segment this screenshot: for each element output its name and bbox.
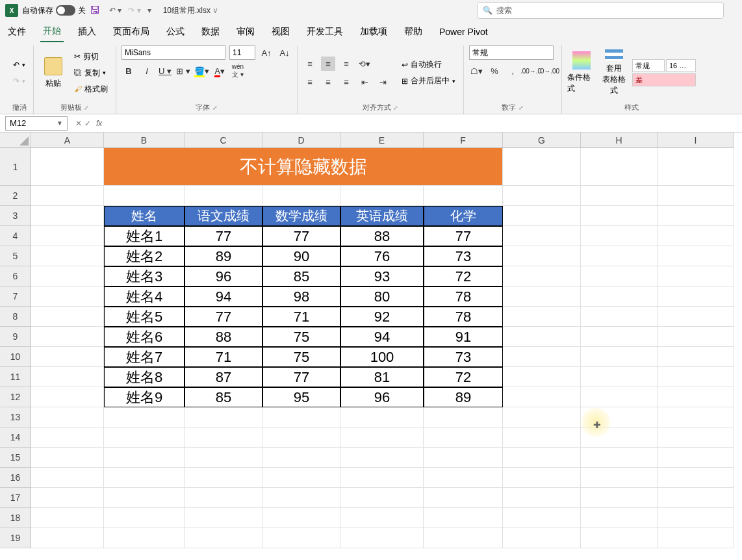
- cell-G17[interactable]: [503, 488, 581, 508]
- cell-F15[interactable]: [424, 448, 503, 468]
- cell-G14[interactable]: [503, 427, 581, 448]
- cells-area[interactable]: 不计算隐藏数据姓名语文成绩数学成绩英语成绩化学姓名177778877姓名2899…: [31, 148, 742, 548]
- cell-H16[interactable]: [581, 468, 658, 488]
- cell-H2[interactable]: [581, 186, 658, 206]
- cell-D17[interactable]: [262, 488, 340, 508]
- cell-C7[interactable]: 94: [185, 286, 262, 307]
- cell-D8[interactable]: 71: [262, 307, 340, 327]
- cell-B16[interactable]: [104, 468, 185, 488]
- cell-B19[interactable]: [104, 528, 185, 548]
- row-header-2[interactable]: 2: [0, 186, 31, 206]
- cell-E10[interactable]: 100: [340, 347, 424, 367]
- row-header-17[interactable]: 17: [0, 488, 31, 508]
- tab-审阅[interactable]: 审阅: [234, 22, 257, 42]
- tab-页面布局[interactable]: 页面布局: [110, 22, 152, 42]
- cell-E12[interactable]: 96: [340, 387, 424, 407]
- align-left-icon[interactable]: ≡: [303, 75, 317, 89]
- cell-C9[interactable]: 88: [185, 327, 262, 347]
- cell-D9[interactable]: 75: [262, 327, 340, 347]
- cell-H13[interactable]: [581, 407, 658, 427]
- row-header-18[interactable]: 18: [0, 508, 31, 528]
- cell-E4[interactable]: 88: [340, 226, 424, 246]
- cell-B14[interactable]: [104, 427, 185, 448]
- cell-G15[interactable]: [503, 448, 581, 468]
- spreadsheet-grid[interactable]: ABCDEFGHI 12345678910111213141516171819 …: [0, 133, 742, 560]
- cell-G2[interactable]: [503, 186, 581, 206]
- col-header-B[interactable]: B: [104, 133, 185, 148]
- redo-button[interactable]: ↷▾: [10, 74, 28, 88]
- cell-D14[interactable]: [262, 427, 340, 448]
- cell-A10[interactable]: [31, 347, 104, 367]
- cell-D12[interactable]: 95: [262, 387, 340, 407]
- cell-B6[interactable]: 姓名3: [104, 266, 185, 286]
- cell-C10[interactable]: 71: [185, 347, 262, 367]
- cell-B15[interactable]: [104, 448, 185, 468]
- cell-C14[interactable]: [185, 427, 262, 448]
- cut-button[interactable]: ✂剪切: [71, 49, 110, 64]
- cell-F12[interactable]: 89: [424, 387, 503, 407]
- cell-E6[interactable]: 93: [340, 266, 424, 286]
- cell-C19[interactable]: [185, 528, 262, 548]
- table-style-button[interactable]: 套用 表格格式: [600, 49, 628, 96]
- tab-开发工具[interactable]: 开发工具: [304, 22, 346, 42]
- cell-D3[interactable]: 数学成绩: [262, 206, 340, 226]
- cell-I15[interactable]: [658, 448, 734, 468]
- number-format-select[interactable]: [469, 45, 554, 60]
- cell-H19[interactable]: [581, 528, 658, 548]
- cell-G9[interactable]: [503, 327, 581, 347]
- style-normal[interactable]: 常规: [632, 59, 665, 72]
- cell-C12[interactable]: 85: [185, 387, 262, 407]
- font-color-button[interactable]: A▾: [212, 64, 227, 78]
- cell-A7[interactable]: [31, 286, 104, 307]
- cell-I7[interactable]: [658, 286, 734, 307]
- cell-H5[interactable]: [581, 246, 658, 266]
- cell-B9[interactable]: 姓名6: [104, 327, 185, 347]
- cell-G1[interactable]: [503, 148, 581, 186]
- decrease-font-icon[interactable]: A↓: [277, 45, 292, 60]
- cell-C2[interactable]: [185, 186, 262, 206]
- cell-B10[interactable]: 姓名7: [104, 347, 185, 367]
- cell-H18[interactable]: [581, 508, 658, 528]
- name-box[interactable]: M12 ▼: [5, 116, 68, 131]
- cell-E14[interactable]: [340, 427, 424, 448]
- cell-F13[interactable]: [424, 407, 503, 427]
- cell-H11[interactable]: [581, 367, 658, 387]
- cell-C13[interactable]: [185, 407, 262, 427]
- cell-H15[interactable]: [581, 448, 658, 468]
- col-header-C[interactable]: C: [185, 133, 262, 148]
- tab-视图[interactable]: 视图: [269, 22, 292, 42]
- cell-H1[interactable]: [581, 148, 658, 186]
- cell-A5[interactable]: [31, 246, 104, 266]
- cell-B8[interactable]: 姓名5: [104, 307, 185, 327]
- cell-C11[interactable]: 87: [185, 367, 262, 387]
- align-right-icon[interactable]: ≡: [339, 75, 353, 89]
- cell-I1[interactable]: [658, 148, 734, 186]
- cell-F18[interactable]: [424, 508, 503, 528]
- cell-A17[interactable]: [31, 488, 104, 508]
- cell-B11[interactable]: 姓名8: [104, 367, 185, 387]
- cell-D4[interactable]: 77: [262, 226, 340, 246]
- style-16[interactable]: 16 …: [666, 59, 696, 72]
- cell-C8[interactable]: 77: [185, 307, 262, 327]
- cell-E18[interactable]: [340, 508, 424, 528]
- cell-A3[interactable]: [31, 206, 104, 226]
- cell-E7[interactable]: 80: [340, 286, 424, 307]
- underline-button[interactable]: U ▾: [158, 64, 172, 78]
- cell-B3[interactable]: 姓名: [104, 206, 185, 226]
- font-name-select[interactable]: [122, 45, 225, 60]
- cell-E11[interactable]: 81: [340, 367, 424, 387]
- copy-button[interactable]: ⿻复制▾: [71, 66, 110, 80]
- cell-H17[interactable]: [581, 488, 658, 508]
- cell-F4[interactable]: 77: [424, 226, 503, 246]
- comma-icon[interactable]: ,: [505, 64, 520, 78]
- cell-E3[interactable]: 英语成绩: [340, 206, 424, 226]
- cell-F6[interactable]: 72: [424, 266, 503, 286]
- cell-D5[interactable]: 90: [262, 246, 340, 266]
- row-header-11[interactable]: 11: [0, 367, 31, 387]
- cell-G10[interactable]: [503, 347, 581, 367]
- increase-font-icon[interactable]: A↑: [259, 45, 274, 60]
- cell-I8[interactable]: [658, 307, 734, 327]
- col-header-I[interactable]: I: [658, 133, 734, 148]
- tab-加载项[interactable]: 加载项: [357, 22, 390, 42]
- autosave-toggle[interactable]: 自动保存 关: [22, 5, 86, 16]
